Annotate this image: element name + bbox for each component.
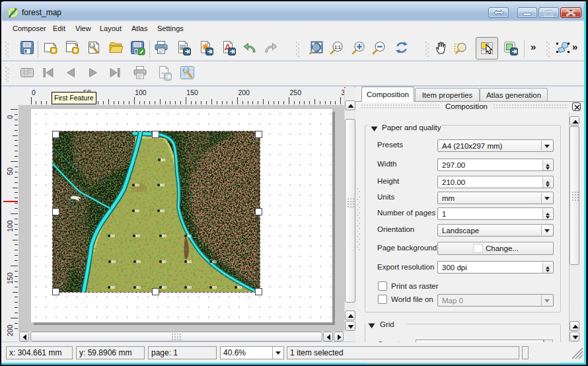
svg-text:60: 60 <box>187 285 192 289</box>
svg-text:60: 60 <box>161 158 165 162</box>
svg-text:60: 60 <box>212 285 217 289</box>
svg-text:1:1: 1:1 <box>334 45 341 50</box>
svg-text:60: 60 <box>162 234 166 238</box>
svg-text:60: 60 <box>135 183 139 187</box>
svg-text:60: 60 <box>160 209 165 213</box>
svg-text:60: 60 <box>212 260 217 264</box>
svg-text:60: 60 <box>135 234 140 238</box>
svg-text:60: 60 <box>135 209 139 213</box>
svg-text:60: 60 <box>110 234 115 238</box>
svg-text:60: 60 <box>187 260 192 264</box>
svg-text:60: 60 <box>111 260 116 264</box>
svg-text:60: 60 <box>160 183 165 187</box>
svg-text:60: 60 <box>136 285 141 289</box>
svg-text:60: 60 <box>110 285 115 289</box>
svg-text:60: 60 <box>162 285 166 289</box>
svg-text:60: 60 <box>162 260 166 264</box>
svg-text:60: 60 <box>237 285 242 289</box>
svg-text:60: 60 <box>136 260 141 264</box>
svg-text:60: 60 <box>187 234 192 238</box>
